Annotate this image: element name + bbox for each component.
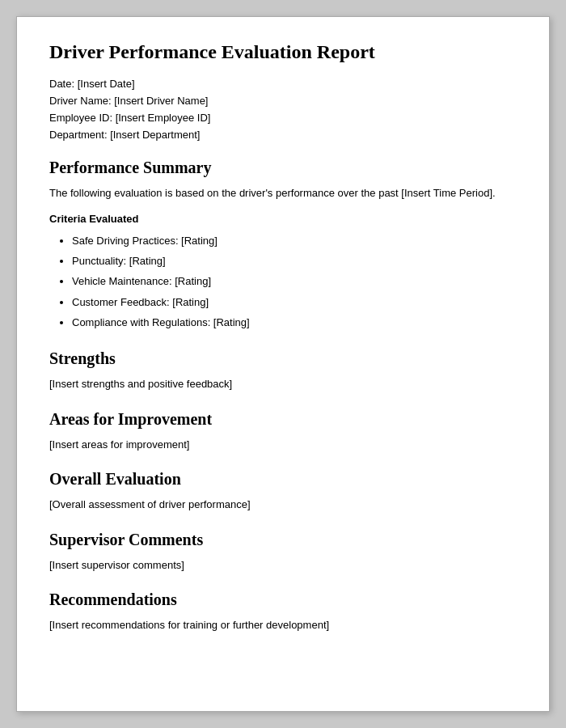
criteria-list-item: Compliance with Regulations: [Rating] — [72, 313, 517, 332]
recommendations-text: [Insert recommendations for training or … — [49, 617, 517, 633]
supervisor-comments-text: [Insert supervisor comments] — [49, 557, 517, 574]
criteria-list: Safe Driving Practices: [Rating]Punctual… — [49, 231, 517, 332]
criteria-list-item: Vehicle Maintenance: [Rating] — [72, 272, 517, 290]
department-field: Department: [Insert Department] — [49, 129, 517, 141]
criteria-list-item: Safe Driving Practices: [Rating] — [72, 231, 517, 250]
driver-name-field: Driver Name: [Insert Driver Name] — [49, 95, 517, 107]
recommendations-heading: Recommendations — [49, 590, 517, 609]
date-field: Date: [Insert Date] — [49, 78, 517, 90]
supervisor-comments-heading: Supervisor Comments — [49, 531, 517, 549]
areas-improvement-text: [Insert areas for improvement] — [49, 437, 517, 453]
performance-summary-heading: Performance Summary — [49, 159, 517, 177]
report-title: Driver Performance Evaluation Report — [49, 41, 517, 63]
overall-evaluation-heading: Overall Evaluation — [49, 470, 517, 489]
strengths-heading: Strengths — [49, 349, 517, 368]
strengths-text: [Insert strengths and positive feedback] — [49, 376, 517, 392]
areas-improvement-heading: Areas for Improvement — [49, 410, 517, 429]
performance-summary-description: The following evaluation is based on the… — [49, 185, 517, 201]
overall-evaluation-text: [Overall assessment of driver performanc… — [49, 497, 517, 513]
criteria-list-item: Punctuality: [Rating] — [72, 252, 517, 270]
report-page: Driver Performance Evaluation Report Dat… — [16, 16, 550, 712]
criteria-list-item: Customer Feedback: [Rating] — [72, 293, 517, 311]
employee-id-field: Employee ID: [Insert Employee ID] — [49, 112, 517, 124]
criteria-heading: Criteria Evaluated — [49, 213, 517, 225]
